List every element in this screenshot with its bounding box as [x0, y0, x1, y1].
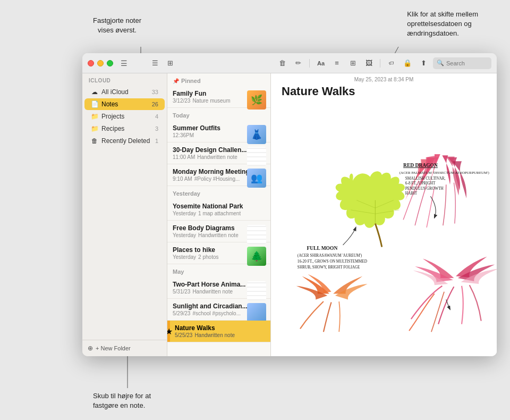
note-item-free-body[interactable]: Free Body Diagrams Yesterday Handwritten… [167, 221, 270, 242]
add-folder-icon: ⊕ [88, 345, 93, 352]
search-input[interactable] [446, 60, 489, 66]
titlebar: ☰ ☰ ⊞ 🗑 ✏ Aa ≡ ⊞ 🖼 🏷 🔒 ⬆ 🔍 [82, 53, 497, 73]
format-button[interactable]: Aa [314, 57, 327, 70]
note-item-sunlight[interactable]: Sunlight and Circadian... 5/29/23 #schoo… [167, 299, 270, 321]
checklist-button[interactable]: ≡ [330, 57, 343, 70]
sidebar-item-recently-deleted[interactable]: 🗑 Recently Deleted 1 [84, 135, 165, 147]
search-icon: 🔍 [437, 60, 444, 66]
note-item-monday-meeting[interactable]: Monday Morning Meeting 9:10 AM #Policy #… [167, 164, 270, 186]
yesterday-label: Yesterday [173, 190, 200, 197]
may-label: May [173, 268, 184, 275]
note-title-yosemite: Yosemite National Park [173, 203, 265, 210]
sidebar-label-all-icloud: All iCloud [101, 88, 149, 96]
app-window: ☰ ☰ ⊞ 🗑 ✏ Aa ≡ ⊞ 🖼 🏷 🔒 ⬆ 🔍 [82, 53, 497, 356]
note-title: Nature Walks [282, 85, 486, 98]
sidebar-item-projects[interactable]: 📁 Projects 4 [84, 111, 165, 122]
note-date-display: May 25, 2023 at 8:34 PM [271, 73, 497, 85]
svg-text:RED DRAGON: RED DRAGON [403, 163, 438, 168]
svg-text:6-8 FT., UPRIGHT: 6-8 FT., UPRIGHT [405, 181, 436, 186]
sidebar-label-projects: Projects [101, 113, 152, 120]
sidebar-section-title: iCloud [82, 78, 167, 86]
new-folder-label: + New Folder [96, 345, 131, 351]
note-date-summer-outfits: 12:36PM [173, 132, 194, 138]
sidebar-label-recently-deleted: Recently Deleted [101, 137, 152, 145]
note-date-places-hike: Yesterday [173, 254, 196, 260]
note-item-30day-design[interactable]: 30-Day Design Challen... 11:00 AM Handwr… [167, 142, 270, 164]
maximize-button[interactable] [107, 60, 113, 66]
trash-icon: 🗑 [91, 137, 98, 145]
svg-text:(ACER PALMATUM 'DISSECTUM ATRO: (ACER PALMATUM 'DISSECTUM ATROPURPUREUM'… [400, 171, 490, 175]
may-section-header: May [167, 264, 270, 277]
callout-date: Klik for at skifte mellem oprettelsesdat… [407, 10, 478, 39]
note-preview-monday-meeting: #Policy #Housing... [194, 176, 240, 182]
svg-text:SMALLISH CULTIVAR,: SMALLISH CULTIVAR, [405, 176, 446, 181]
note-date-family-fun: 3/12/23 [173, 98, 190, 104]
pin-icon: 📌 [173, 78, 179, 84]
note-title-area: Nature Walks [271, 85, 497, 103]
projects-folder-icon: 📁 [91, 113, 98, 120]
sidebar-count-projects: 4 [155, 113, 158, 120]
note-item-yosemite[interactable]: Yosemite National Park Yesterday 1 map a… [167, 199, 270, 221]
note-preview-places-hike: 2 photos [198, 254, 218, 260]
note-thumb-horse-anima [247, 281, 266, 300]
note-date-free-body: Yesterday [173, 232, 196, 238]
note-preview-free-body: Handwritten note [198, 232, 239, 238]
sidebar-toggle-area: ☰ [120, 59, 128, 68]
svg-text:PENDULUS GROWTH: PENDULUS GROWTH [405, 186, 444, 191]
svg-text:(ACER SHIRASAWANUM 'AUREUM'): (ACER SHIRASAWANUM 'AUREUM') [298, 253, 362, 258]
note-title-nature-walks: Nature Walks [175, 324, 265, 332]
note-thumb-monday-meeting: 👥 [247, 169, 266, 188]
notes-folder-icon: 📄 [91, 100, 98, 108]
yesterday-section-header: Yesterday [167, 186, 270, 199]
grid-view-button[interactable]: ⊞ [164, 57, 176, 69]
pinned-label: Pinned [181, 78, 201, 84]
note-preview-nature-walks: Handwritten note [194, 332, 235, 338]
note-date-horse-anima: 5/31/23 [173, 289, 190, 295]
sidebar-count-notes: 26 [152, 101, 158, 107]
callout-swipe: Skub til højre for at fastgøre en note. [93, 391, 151, 410]
cloud-icon: ☁ [91, 88, 98, 96]
tag-button[interactable]: 🏷 [385, 57, 398, 70]
compose-button[interactable]: ✏ [292, 57, 304, 70]
toolbar: 🗑 ✏ Aa ≡ ⊞ 🖼 🏷 🔒 ⬆ 🔍 [276, 57, 491, 70]
delete-button[interactable]: 🗑 [276, 57, 288, 70]
media-button[interactable]: 🖼 [362, 57, 375, 70]
note-item-horse-anima[interactable]: Two-Part Horse Anima... 5/31/23 Handwrit… [167, 277, 270, 299]
sidebar-item-all-icloud[interactable]: ☁ All iCloud 33 [84, 86, 165, 98]
share-button[interactable]: ⬆ [417, 57, 430, 70]
search-bar: 🔍 [433, 57, 491, 69]
svg-text:SHRUB, SHOWY, BRIGHT FOLIAGE: SHRUB, SHOWY, BRIGHT FOLIAGE [298, 265, 360, 270]
note-item-family-fun[interactable]: Family Fun 3/12/23 Nature museum 🌿 [167, 86, 270, 108]
note-date-sunlight: 5/29/23 [173, 310, 190, 316]
close-button[interactable] [88, 60, 94, 66]
note-thumb-30day-design [247, 147, 266, 166]
note-item-places-hike[interactable]: Places to hike Yesterday 2 photos 🌲 [167, 242, 270, 264]
note-preview-horse-anima: Handwritten note [192, 289, 233, 295]
table-button[interactable]: ⊞ [346, 57, 359, 70]
sidebar-count-recipes: 3 [155, 125, 158, 132]
note-date-nature-walks: 5/25/23 [175, 332, 192, 338]
today-section-header: Today [167, 108, 270, 121]
minimize-button[interactable] [97, 60, 104, 66]
svg-text:16-20 FT., GROWS ON MULTISTEMM: 16-20 FT., GROWS ON MULTISTEMMED [298, 259, 367, 264]
note-thumb-free-body [247, 225, 266, 244]
note-item-nature-walks[interactable]: ★ Nature Walks 5/25/23 Handwritten note [167, 321, 270, 342]
note-list: 📌 Pinned Family Fun 3/12/23 Nature museu… [167, 73, 271, 356]
sidebar-toggle-icon[interactable]: ☰ [120, 59, 128, 68]
main-content: iCloud ☁ All iCloud 33 📄 Notes 26 📁 Proj… [82, 73, 497, 356]
sidebar-item-recipes[interactable]: 📁 Recipes 3 [84, 123, 165, 135]
pinned-section-header: 📌 Pinned [167, 73, 270, 86]
sidebar-label-recipes: Recipes [101, 125, 152, 132]
note-content: May 25, 2023 at 8:34 PM Nature Walks [271, 73, 497, 356]
sidebar-item-notes[interactable]: 📄 Notes 26 [84, 98, 165, 110]
note-date-yosemite: Yesterday [173, 211, 196, 216]
note-date-monday-meeting: 9:10 AM [173, 176, 192, 182]
list-view-button[interactable]: ☰ [149, 57, 161, 69]
note-thumb-summer-outfits: 👗 [247, 125, 266, 144]
svg-text:HABIT: HABIT [405, 191, 418, 196]
new-folder-button[interactable]: ⊕ + New Folder [82, 340, 167, 356]
note-item-summer-outfits[interactable]: Summer Outfits 12:36PM 👗 [167, 121, 270, 142]
star-indicator: ★ [167, 321, 170, 342]
lock-button[interactable]: 🔒 [401, 57, 414, 70]
sidebar: iCloud ☁ All iCloud 33 📄 Notes 26 📁 Proj… [82, 73, 167, 356]
